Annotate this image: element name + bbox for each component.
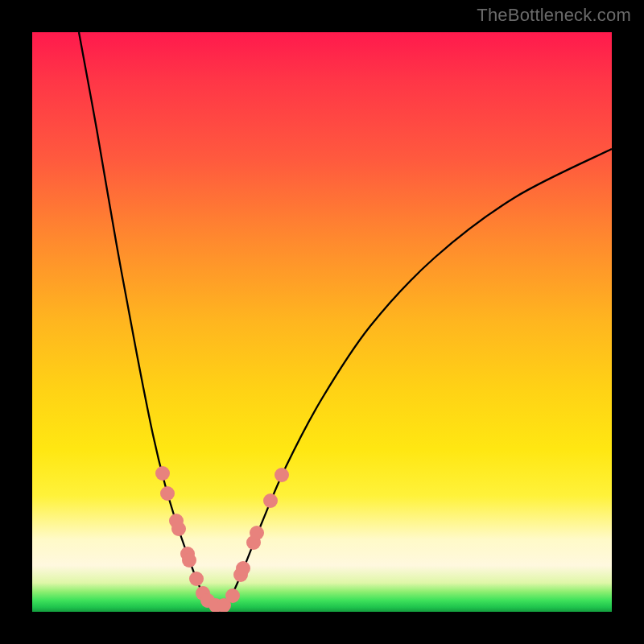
- data-dot: [225, 588, 240, 603]
- data-dot: [275, 468, 289, 482]
- data-dot: [263, 493, 278, 508]
- chart-stage: TheBottleneck.com: [0, 0, 644, 644]
- curve-right: [225, 149, 612, 605]
- data-dot: [171, 522, 186, 536]
- watermark-text: TheBottleneck.com: [477, 5, 631, 26]
- data-dot: [189, 572, 204, 586]
- data-dot: [182, 553, 196, 568]
- data-dots: [155, 466, 289, 612]
- data-dot: [160, 486, 175, 501]
- data-dot: [250, 526, 264, 540]
- data-dot: [236, 561, 250, 576]
- data-dot: [155, 466, 170, 481]
- chart-svg: [32, 32, 612, 612]
- curve-left: [79, 32, 209, 605]
- plot-area: [32, 32, 612, 612]
